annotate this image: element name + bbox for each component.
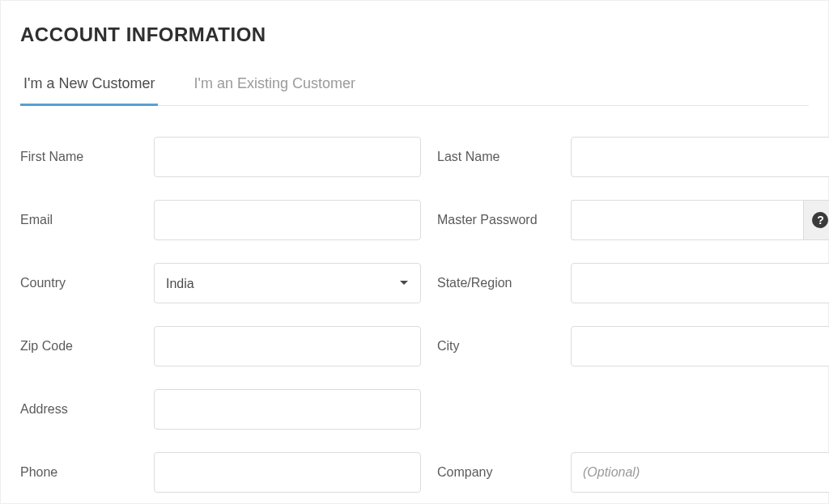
master-password-wrapper: ?: [571, 200, 829, 240]
last-name-field[interactable]: [571, 137, 829, 177]
state-region-field[interactable]: [571, 263, 829, 303]
city-label: City: [437, 339, 555, 354]
help-icon: ?: [812, 212, 828, 228]
city-field[interactable]: [571, 326, 829, 366]
address-field[interactable]: [154, 389, 421, 430]
first-name-field[interactable]: [154, 137, 421, 177]
country-label: Country: [20, 276, 138, 290]
tab-existing-customer[interactable]: I'm an Existing Customer: [190, 75, 359, 106]
phone-label: Phone: [20, 465, 138, 480]
master-password-label: Master Password: [437, 213, 555, 227]
zip-code-field[interactable]: [154, 326, 421, 366]
account-form: First Name Last Name Email Master Passwo…: [20, 137, 809, 493]
phone-field[interactable]: [154, 452, 421, 493]
address-label: Address: [20, 402, 138, 417]
tab-new-customer[interactable]: I'm a New Customer: [20, 75, 158, 106]
zip-code-label: Zip Code: [20, 339, 138, 354]
company-label: Company: [437, 465, 555, 480]
first-name-label: First Name: [20, 150, 138, 164]
email-field[interactable]: [154, 200, 421, 240]
last-name-label: Last Name: [437, 150, 555, 164]
customer-type-tabs: I'm a New Customer I'm an Existing Custo…: [20, 75, 809, 106]
account-information-panel: ACCOUNT INFORMATION I'm a New Customer I…: [0, 0, 829, 504]
page-title: ACCOUNT INFORMATION: [20, 23, 809, 46]
master-password-help-button[interactable]: ?: [803, 200, 829, 240]
state-region-label: State/Region: [437, 276, 555, 290]
email-label: Email: [20, 213, 138, 227]
company-field[interactable]: [571, 452, 829, 493]
country-select[interactable]: India: [154, 263, 421, 303]
master-password-field[interactable]: [571, 200, 803, 240]
